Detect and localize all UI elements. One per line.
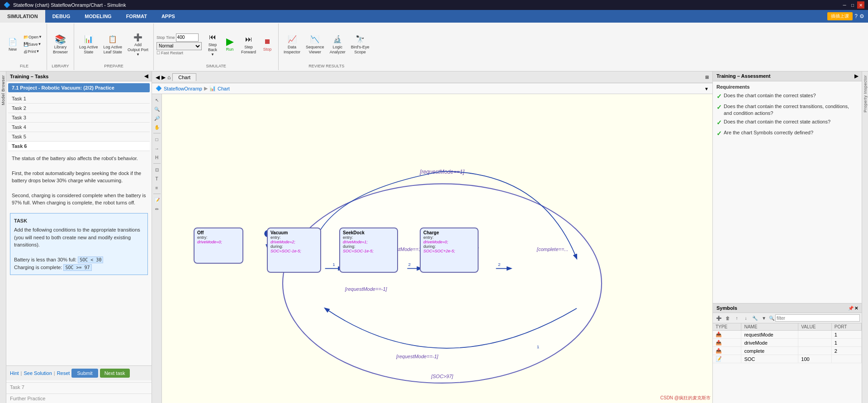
close-button[interactable]: ✕	[857, 1, 864, 9]
stop-time-input[interactable]	[176, 33, 199, 42]
sym-delete-btn[interactable]: 🗑	[724, 314, 732, 322]
fast-restart-checkbox[interactable]: ☐	[157, 51, 160, 55]
sym-row-requestmode[interactable]: 📥 requestMode 1	[713, 331, 862, 339]
task-6-item[interactable]: Task 6	[8, 142, 150, 151]
state-tool[interactable]: □	[153, 135, 161, 143]
menu-apps[interactable]: APPS	[154, 10, 182, 23]
task-2-item[interactable]: Task 2	[8, 104, 150, 113]
select-tool[interactable]: ↖	[153, 96, 161, 104]
task-5-item[interactable]: Task 5	[8, 132, 150, 142]
nav-home-button[interactable]: ⌂	[167, 74, 171, 81]
open-button[interactable]: 📂 Open ▼	[22, 34, 44, 40]
chart-canvas[interactable]: [requestMode==1] 1 [requestMode==2] [req…	[162, 94, 712, 403]
state-vacuum[interactable]: Vacuum entry: driveMode=2; during: SOC=S…	[267, 228, 321, 273]
step-back-button[interactable]: ⏮ Step Back ▼	[204, 30, 221, 58]
save-arrow: ▼	[38, 42, 42, 46]
state-seekdock[interactable]: SeekDock entry: driveMode=1; during: SOC…	[339, 228, 398, 273]
print-button[interactable]: 🖨 Print ▼	[22, 48, 44, 55]
step-fwd-button[interactable]: ⏭ Step Forward	[239, 33, 258, 56]
save-icon: 💾	[24, 42, 28, 47]
breadcrumb-root[interactable]: StateflowOnramp	[164, 86, 202, 91]
reset-link[interactable]: Reset	[57, 370, 70, 376]
submit-button[interactable]: Submit	[71, 369, 98, 378]
task-1-item[interactable]: Task 1	[8, 94, 150, 104]
sym-filter-input[interactable]	[775, 314, 860, 322]
see-solution-link[interactable]: See Solution	[24, 370, 52, 376]
chart-tab[interactable]: Chart	[172, 73, 196, 81]
state-off[interactable]: Off entry: driveMode=0;	[194, 228, 243, 264]
col-name: NAME	[741, 323, 798, 331]
sym-resolve-btn[interactable]: 🔧	[751, 314, 759, 322]
state-charge[interactable]: Charge entry: driveMode=0; during: SOC=S…	[420, 228, 479, 273]
note-tool[interactable]: 📝	[153, 196, 161, 204]
library-label: Library Browser	[53, 45, 68, 55]
seq-viewer-button[interactable]: 📉 Sequence Viewer	[304, 33, 327, 56]
right-sidebar[interactable]: Property Inspector	[862, 71, 868, 403]
menu-format[interactable]: FORMAT	[119, 10, 154, 23]
text-tool[interactable]: T	[153, 175, 161, 183]
transition-tool[interactable]: →	[153, 144, 161, 152]
cn-btn[interactable]: 插插上课	[827, 12, 853, 20]
data-inspector-button[interactable]: 📈 Data Inspector	[281, 33, 303, 56]
sym-down-btn[interactable]: ↓	[742, 314, 750, 322]
logic-analyzer-button[interactable]: 🔬 Logic Analyzer	[327, 33, 348, 56]
req-text-3: Does the chart contain the correct state…	[724, 119, 830, 125]
stop-button[interactable]: ⏹ Stop	[259, 35, 275, 53]
help-button[interactable]: ?	[854, 13, 858, 19]
task-4-item[interactable]: Task 4	[8, 123, 150, 132]
add-output-button[interactable]: ➕ Add Output Port ▼	[125, 30, 151, 58]
menu-simulation[interactable]: SIMULATION	[0, 10, 45, 23]
step-fwd-icon: ⏭	[243, 34, 254, 45]
symbols-close-icon[interactable]: ✕	[854, 306, 858, 311]
assessment-collapse[interactable]: ▶	[854, 73, 858, 79]
req-item-4: ✓ Are the chart Symbols correctly define…	[716, 129, 858, 138]
settings-button[interactable]: ⚙	[859, 13, 864, 19]
titlebar-controls[interactable]: ─ □ ✕	[841, 1, 864, 9]
maximize-button[interactable]: □	[849, 1, 856, 9]
zoom-out-tool[interactable]: 🔎	[153, 114, 161, 122]
next-button[interactable]: Next task	[100, 369, 130, 378]
edit-tool[interactable]: ✏	[153, 205, 161, 213]
menu-debug[interactable]: DEBUG	[45, 10, 78, 23]
tool-divider-3	[153, 194, 161, 194]
task-3-item[interactable]: Task 3	[8, 113, 150, 123]
save-button[interactable]: 💾 Save ▼	[22, 41, 44, 47]
log-active-state-button[interactable]: 📊 Log Active State	[77, 33, 100, 56]
sym-row-complete[interactable]: 📤 complete 2	[713, 347, 862, 355]
minimize-button[interactable]: ─	[841, 1, 848, 9]
model-browser-sidebar[interactable]: Model Browser	[0, 71, 6, 403]
sym-type-complete: 📤	[713, 347, 741, 355]
birds-eye-button[interactable]: 🔭 Bird's-Eye Scope	[349, 33, 372, 56]
chart-nav: ◀ ▶ ⌂ Chart	[156, 73, 196, 81]
zoom-in-tool[interactable]: 🔍	[153, 105, 161, 113]
sym-up-btn[interactable]: ↑	[733, 314, 741, 322]
history-tool[interactable]: H	[153, 153, 161, 161]
new-button[interactable]: 📄 New	[5, 35, 21, 53]
fit-tool[interactable]: ⊡	[153, 166, 161, 174]
library-browser-button[interactable]: 📚 Library Browser	[51, 33, 70, 56]
sym-add-btn[interactable]: ➕	[715, 314, 723, 322]
simulink-icon: 🔷	[4, 2, 10, 8]
state-off-code: driveMode=0;	[197, 240, 240, 244]
svg-text:[requestMode==-1]: [requestMode==-1]	[396, 354, 439, 359]
sym-more-btn[interactable]: ▼	[760, 314, 768, 322]
nav-fwd-button[interactable]: ▶	[161, 74, 166, 81]
toolbar-prepare-section: 📊 Log Active State 📋 Log Active Leaf Sta…	[74, 24, 154, 70]
breadcrumb-chart[interactable]: Chart	[218, 86, 230, 91]
align-tool[interactable]: ≡	[153, 184, 161, 192]
state-vacuum-code1: driveMode=2;	[270, 240, 318, 244]
hint-link[interactable]: Hint	[10, 370, 19, 376]
stop-time-row: Stop Time	[157, 33, 202, 42]
sym-row-drivemode[interactable]: 📤 driveMode 1	[713, 339, 862, 347]
expand-button[interactable]: ⊞	[705, 75, 709, 80]
run-button[interactable]: ▶ Run	[222, 35, 238, 53]
pan-tool[interactable]: ✋	[153, 123, 161, 131]
tasks-collapse-icon[interactable]: ◀	[144, 73, 148, 79]
symbols-pin-icon[interactable]: 📌	[848, 306, 854, 311]
breadcrumb-expand[interactable]: ▼	[704, 86, 709, 91]
sym-row-soc[interactable]: 📝 SOC 100	[713, 355, 862, 363]
menu-modeling[interactable]: MODELING	[77, 10, 119, 23]
nav-back-button[interactable]: ◀	[156, 74, 160, 81]
log-leaf-button[interactable]: 📋 Log Active Leaf State	[101, 33, 124, 56]
mode-select[interactable]: Normal	[157, 42, 202, 50]
